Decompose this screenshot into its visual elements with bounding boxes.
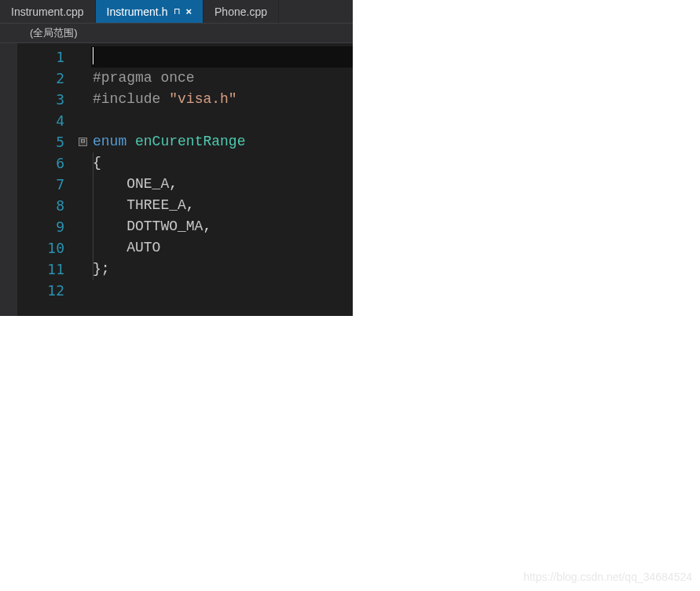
tab-instrument-h[interactable]: Instrument.h ⊓ ×: [96, 0, 203, 23]
code-area[interactable]: #pragma once #include "visa.h" enum enCu…: [91, 43, 353, 316]
close-icon[interactable]: ×: [185, 6, 192, 17]
editor-body: 1 2 3 4 5 6 7 8 9 10 11 12 ⊟ #pragma onc…: [0, 43, 353, 316]
code-line: };: [91, 259, 353, 280]
left-margin: [0, 43, 17, 316]
fold-column: ⊟: [79, 43, 91, 316]
code-line: enum enCurentRange: [91, 131, 353, 152]
code-line: #include "visa.h": [91, 89, 353, 110]
code-line: [91, 110, 353, 131]
line-gutter: 1 2 3 4 5 6 7 8 9 10 11 12: [17, 43, 79, 316]
line-number: 9: [17, 216, 79, 237]
code-editor: Instrument.cpp Instrument.h ⊓ × Phone.cp…: [0, 0, 353, 316]
tab-label: Instrument.cpp: [11, 6, 84, 18]
line-number: 7: [17, 174, 79, 195]
text-cursor: [93, 47, 93, 64]
watermark: https://blog.csdn.net/qq_34684524: [523, 571, 692, 583]
code-line: AUTO: [91, 237, 353, 259]
line-number: 8: [17, 195, 79, 216]
code-line: {: [91, 152, 353, 174]
code-line: #pragma once: [91, 68, 353, 89]
line-number: 4: [17, 110, 79, 131]
code-line: DOTTWO_MA,: [91, 216, 353, 237]
line-number: 11: [17, 259, 79, 280]
scope-dropdown[interactable]: (全局范围): [0, 24, 353, 43]
code-line: [91, 46, 353, 68]
code-line: THREE_A,: [91, 195, 353, 216]
line-number: 3: [17, 89, 79, 110]
line-number: 1: [17, 46, 79, 68]
tab-label: Instrument.h: [107, 6, 168, 18]
tab-label: Phone.cpp: [214, 6, 267, 18]
code-line: [91, 280, 353, 301]
line-number: 5: [17, 131, 79, 152]
scope-label: (全局范围): [30, 27, 78, 39]
pin-icon[interactable]: ⊓: [174, 6, 181, 17]
fold-toggle-icon[interactable]: ⊟: [79, 138, 87, 146]
tab-phone-cpp[interactable]: Phone.cpp: [203, 0, 279, 23]
line-number: 2: [17, 68, 79, 89]
tab-bar: Instrument.cpp Instrument.h ⊓ × Phone.cp…: [0, 0, 353, 24]
line-number: 10: [17, 237, 79, 259]
line-number: 12: [17, 280, 79, 301]
line-number: 6: [17, 152, 79, 174]
tab-instrument-cpp[interactable]: Instrument.cpp: [0, 0, 96, 23]
code-line: ONE_A,: [91, 174, 353, 195]
